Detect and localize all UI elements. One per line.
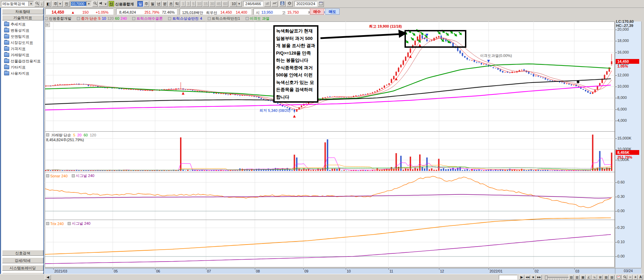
x-axis-tick — [574, 268, 575, 270]
wave-tool-icon[interactable]: ∿ — [592, 275, 597, 280]
x-axis-month-label: 02 — [535, 269, 539, 273]
zoom-out-button[interactable]: − — [628, 275, 633, 280]
trix-axis-label: 0.10 — [617, 240, 625, 244]
sonar-axis-label: 0.30 — [617, 194, 625, 198]
chart-window-button[interactable] — [616, 275, 621, 280]
current-price-badge: 14,450 — [616, 59, 639, 64]
high-callout-label: 최고 19,900 (11/18) — [369, 24, 402, 29]
fast-forward-button[interactable]: ▶▶ — [536, 275, 542, 280]
annotation-arrow — [320, 34, 400, 38]
axis-tick — [615, 182, 617, 183]
sonar-pane-header: Sonar 240시그널 240 — [46, 173, 94, 178]
indicator-legend-label: Sonar 240 — [50, 174, 68, 178]
price-axis-label: 16,000 — [617, 50, 629, 54]
axis-tick — [615, 64, 617, 64]
indicator-legend-label: 시그널 240 — [72, 221, 90, 226]
minus-icon: − — [629, 275, 631, 279]
zoom-in-button[interactable]: + — [633, 275, 638, 280]
indicator-legend-label: 시그널 240 — [76, 173, 94, 178]
stop-icon: ■ — [533, 276, 534, 279]
rewind-button[interactable]: ◀◀ — [525, 275, 530, 280]
price-axis-label: 8,000 — [617, 95, 627, 100]
x-axis-last-date: 03/24 — [624, 269, 633, 273]
volume-ma20-line — [46, 165, 612, 170]
hatch-tool-icon[interactable]: ▨ — [609, 275, 615, 280]
disparity-callout-label: 이격도과열(0.00%) — [480, 53, 512, 58]
axis-tick — [615, 41, 617, 41]
x-axis-tick — [206, 268, 206, 270]
scroll-left-icon: ◀ — [46, 275, 49, 279]
grid-tool-icon[interactable]: ⊞ — [598, 275, 603, 280]
axis-tick — [615, 121, 617, 121]
fast-forward-icon: ▶▶ — [537, 276, 541, 278]
axis-tick — [615, 75, 617, 76]
x-axis-tick — [388, 268, 389, 270]
stop-button[interactable]: ■ — [531, 275, 536, 280]
grid-icon — [46, 23, 49, 26]
volume-bars — [45, 135, 612, 171]
volume-ma-number: 60 — [83, 133, 88, 137]
x-axis-month-label: 2022/01 — [490, 269, 503, 273]
plot-corner-icon[interactable] — [45, 23, 50, 27]
indicator-legend-label: Trix 240 — [50, 222, 64, 226]
select-region-icon[interactable]: ▦ — [580, 275, 586, 280]
axis-tick — [615, 53, 617, 53]
playback-speed-input[interactable] — [499, 275, 517, 280]
price-axis-label: 4,000 — [617, 118, 627, 122]
pattern-tool-icon[interactable]: ▧ — [603, 275, 609, 280]
tile-window-icon[interactable]: ▤ — [568, 275, 574, 280]
chart-series — [45, 30, 612, 264]
x-axis-strip: 2021/0305060708091011122022/010203 — [45, 268, 615, 274]
volume-pane-subheader: 8,454,824주(251.79%) — [46, 137, 84, 143]
price-axis-label: 12,000 — [617, 73, 629, 77]
axis-tick — [615, 98, 617, 98]
current-price-percent: 1.05% — [617, 64, 628, 68]
x-axis-date-cell: 03/24 — [615, 268, 641, 274]
volume-ma-numbers: 5 20 60 120 — [72, 133, 96, 137]
x-axis-month-label: 05 — [114, 269, 118, 273]
axis-tick — [615, 109, 617, 110]
volume-ma-number: 20 — [76, 133, 81, 137]
chart-markers — [182, 29, 579, 118]
text-tool-button[interactable]: A — [638, 275, 643, 280]
axis-tick — [615, 149, 617, 150]
black-dot-marker — [577, 80, 579, 83]
x-axis-month-label: 07 — [207, 269, 211, 273]
x-axis-tick — [303, 268, 304, 270]
current-volume-percent: 251.79% — [617, 155, 632, 159]
x-axis-month-label: 2021/03 — [54, 269, 67, 273]
legend-square-icon — [46, 222, 49, 225]
x-axis-month-label: 12 — [440, 269, 444, 273]
x-axis-month-label: 11 — [389, 269, 393, 273]
cascade-window-icon[interactable]: ▥ — [574, 275, 580, 280]
window-right-edge — [641, 21, 644, 268]
red-buy-marker-icon — [409, 55, 412, 58]
trendline-tool-icon[interactable]: ∠ — [586, 275, 591, 280]
sonar-axis-label: 0.00 — [617, 209, 625, 213]
volume-axis-label: 15,000K — [617, 136, 631, 140]
volume-ma-number: 5 — [73, 133, 75, 137]
volume-legend-label: 거래량 단순 — [51, 133, 71, 137]
x-axis-month-label: 03 — [575, 269, 579, 273]
axis-tick — [615, 160, 617, 160]
legend-square-icon — [46, 174, 49, 177]
x-axis-tick — [534, 268, 534, 270]
axis-tick — [615, 242, 617, 242]
price-axis-label: 10,000 — [617, 84, 629, 88]
letter-a-icon: A — [639, 275, 642, 279]
price-chart-svg — [0, 0, 644, 280]
x-axis-tick — [155, 268, 155, 270]
scroll-left-button[interactable]: ◀ — [45, 275, 51, 280]
red-buy-marker-icon — [293, 115, 296, 118]
axis-tick — [615, 197, 617, 197]
gridlines — [45, 21, 641, 267]
zoom-button[interactable] — [622, 275, 627, 280]
play-button[interactable]: ▶ — [519, 275, 524, 280]
hts-chart-window: { "toolbar": { "menu_search": "메뉴항목검색", … — [0, 0, 644, 280]
x-axis-tick — [53, 268, 54, 270]
x-axis-tick — [489, 268, 489, 270]
sonar-axis-label: 0.60 — [617, 180, 625, 184]
trix-line — [45, 218, 611, 254]
lc-value: LC:170,60 — [616, 19, 634, 24]
x-axis-tick — [113, 268, 113, 270]
